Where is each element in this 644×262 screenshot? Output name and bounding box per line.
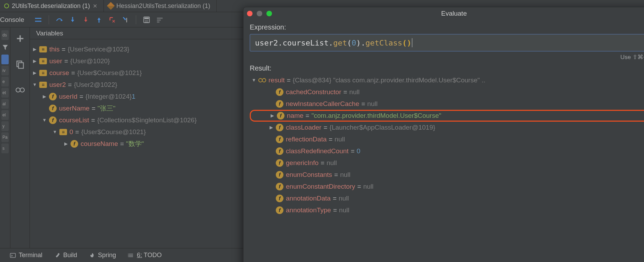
svg-point-21 bbox=[16, 88, 20, 92]
variable-value: {Collections$SingletonList@1026} bbox=[97, 114, 197, 126]
watches-icon[interactable] bbox=[15, 85, 25, 95]
tree-node[interactable]: fnewInstanceCallerCache = null bbox=[250, 98, 644, 110]
tool-window-label: Build bbox=[63, 252, 77, 259]
variable-name: userName bbox=[59, 103, 90, 114]
expand-arrow-icon[interactable]: ▶ bbox=[269, 122, 274, 133]
step-over-icon[interactable] bbox=[55, 15, 64, 25]
variable-value: null bbox=[339, 204, 349, 216]
dialog-title: Evaluate bbox=[441, 10, 467, 17]
trace-icon[interactable] bbox=[155, 15, 165, 25]
stripe-item[interactable]: Pa bbox=[1, 132, 9, 142]
add-watch-icon[interactable] bbox=[15, 34, 25, 43]
stripe-item[interactable]: s bbox=[1, 144, 9, 153]
expand-arrow-icon[interactable]: ▶ bbox=[270, 110, 275, 122]
result-label: Result: bbox=[250, 64, 644, 72]
expand-arrow-icon[interactable]: ▶ bbox=[32, 55, 38, 67]
stripe-item[interactable]: ds bbox=[1, 30, 9, 40]
step-out-icon[interactable] bbox=[94, 15, 104, 25]
tree-node[interactable]: fcachedConstructor = null bbox=[250, 86, 644, 98]
equals-sign: = bbox=[319, 157, 327, 169]
build-tool-window[interactable]: Build bbox=[54, 252, 77, 259]
tab-label: 2UtilsTest.deserialization (1) bbox=[12, 2, 90, 10]
field-icon: f bbox=[49, 93, 57, 100]
expand-arrow-icon[interactable]: ▶ bbox=[32, 43, 38, 55]
variable-icon: ≡ bbox=[39, 82, 47, 88]
shortcut-hint: Use ⇧⌘↩ to a bbox=[620, 54, 644, 61]
evaluate-dialog: Evaluate Expression: user2.courseList.ge… bbox=[243, 7, 644, 262]
todo-tool-window[interactable]: 6: TODO bbox=[128, 252, 162, 259]
copy-icon[interactable] bbox=[15, 59, 25, 69]
dialog-body: Expression: user2.courseList.get(0).getC… bbox=[243, 20, 644, 262]
text-caret bbox=[412, 38, 412, 47]
terminal-tool-window[interactable]: Terminal bbox=[10, 252, 42, 259]
expand-arrow-icon[interactable]: ▼ bbox=[52, 126, 58, 138]
tool-window-label: Spring bbox=[98, 252, 116, 259]
variable-name: classLoader bbox=[286, 122, 321, 133]
stripe-item[interactable] bbox=[1, 55, 9, 64]
variable-value: {Launcher$AppClassLoader@1019} bbox=[330, 122, 436, 133]
run-to-cursor-icon[interactable] bbox=[121, 15, 130, 25]
spring-tool-window[interactable]: Spring bbox=[89, 252, 116, 259]
editor-tab-2[interactable]: Hessian2UtilsTest.serialization (1) bbox=[104, 0, 217, 12]
field-icon: f bbox=[276, 159, 283, 167]
stripe-item[interactable]: y bbox=[1, 121, 9, 131]
field-icon: f bbox=[276, 100, 283, 108]
minimize-window-icon[interactable] bbox=[257, 11, 262, 16]
svg-point-22 bbox=[20, 88, 24, 92]
svg-point-11 bbox=[145, 22, 146, 23]
field-icon: f bbox=[276, 171, 283, 179]
equals-sign: = bbox=[341, 86, 349, 98]
tree-node[interactable]: fenumConstantDirectory = null bbox=[250, 181, 644, 193]
svg-rect-20 bbox=[18, 63, 23, 68]
drop-frame-icon[interactable] bbox=[107, 15, 117, 25]
layout-icon[interactable] bbox=[33, 15, 43, 25]
variable-name: courseName bbox=[81, 138, 118, 150]
tool-window-label: Terminal bbox=[19, 252, 42, 259]
tree-node[interactable]: fgenericInfo = null bbox=[250, 157, 644, 169]
stripe-item[interactable]: al bbox=[1, 99, 9, 109]
equals-sign: = bbox=[304, 110, 312, 122]
tree-node[interactable]: freflectionData = null bbox=[250, 133, 644, 145]
tree-node[interactable]: ▼result = {Class@834} "class com.anjz.pr… bbox=[250, 74, 644, 86]
console-tab[interactable]: Console bbox=[0, 16, 30, 24]
svg-point-32 bbox=[259, 79, 262, 82]
expand-arrow-icon[interactable]: ▶ bbox=[32, 67, 38, 79]
evaluate-expression-icon[interactable] bbox=[142, 15, 151, 25]
variable-value: {User$Course@1021} bbox=[77, 67, 142, 79]
variable-value: "com.anjz.provider.thirdModel.User$Cours… bbox=[312, 110, 441, 122]
expand-arrow-icon[interactable]: ▶ bbox=[42, 91, 47, 103]
close-window-icon[interactable] bbox=[247, 11, 253, 16]
expand-arrow-icon[interactable]: ▼ bbox=[42, 114, 47, 126]
editor-tab-1[interactable]: 2UtilsTest.deserialization (1) ✕ bbox=[0, 0, 104, 12]
result-tree[interactable]: ▼result = {Class@834} "class com.anjz.pr… bbox=[250, 74, 644, 262]
variable-name: genericInfo bbox=[286, 157, 319, 169]
equals-sign: = bbox=[327, 133, 335, 145]
force-step-into-icon[interactable] bbox=[81, 15, 91, 25]
variable-name: cachedConstructor bbox=[286, 86, 341, 98]
variable-value: 0 bbox=[357, 145, 361, 157]
tree-node[interactable]: fannotationData = null bbox=[250, 193, 644, 204]
tree-node[interactable]: fannotationType = null bbox=[250, 204, 644, 216]
dialog-titlebar[interactable]: Evaluate bbox=[243, 7, 644, 20]
tree-node[interactable]: ▶fclassLoader = {Launcher$AppClassLoader… bbox=[250, 122, 644, 133]
filter-icon[interactable] bbox=[1, 41, 9, 53]
expand-arrow-icon[interactable]: ▶ bbox=[63, 138, 69, 150]
tree-node[interactable]: fenumConstants = null bbox=[250, 169, 644, 181]
close-icon[interactable]: ✕ bbox=[93, 3, 97, 9]
expression-input[interactable]: user2.courseList.get(0).getClass() bbox=[250, 34, 644, 51]
stripe-item[interactable]: e bbox=[1, 77, 9, 87]
field-icon: f bbox=[276, 195, 283, 202]
variable-value: {Class@834} "class com.anjz.provider.thi… bbox=[293, 74, 485, 86]
variable-name: classRedefinedCount bbox=[286, 145, 349, 157]
tree-node[interactable]: fclassRedefinedCount = 0 bbox=[250, 145, 644, 157]
equals-sign: = bbox=[321, 122, 329, 133]
expand-arrow-icon[interactable]: ▼ bbox=[32, 79, 38, 91]
tree-node[interactable]: ▶fname = "com.anjz.provider.thirdModel.U… bbox=[250, 110, 644, 122]
step-into-icon[interactable] bbox=[68, 15, 77, 25]
stripe-item[interactable]: et bbox=[1, 88, 9, 98]
stripe-item[interactable]: iv bbox=[1, 66, 9, 75]
stripe-item[interactable]: el bbox=[1, 110, 9, 120]
expand-arrow-icon[interactable]: ▼ bbox=[251, 74, 257, 86]
variable-name: userId bbox=[59, 91, 77, 103]
zoom-window-icon[interactable] bbox=[266, 11, 272, 16]
